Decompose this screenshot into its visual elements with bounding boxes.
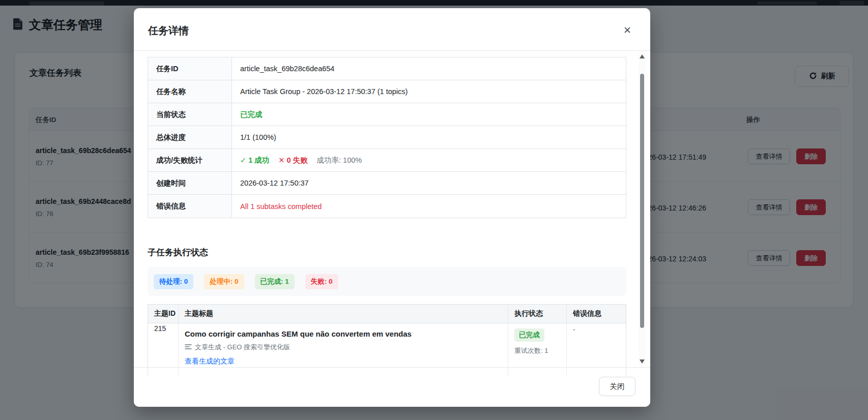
detail-label: 当前状态 [148,103,232,126]
detail-label: 错误信息 [148,195,232,218]
detail-value: 1/1 (100%) [232,126,626,148]
modal-title: 任务详情 [148,24,189,38]
detail-value: article_task_69b28c6dea654 [232,57,626,80]
counter-processing: 处理中: 0 [204,274,244,289]
subtask-table: 主题ID 主题标题 执行状态 错误信息 215 Como corrigir ca… [148,304,626,375]
column-header-topic-title: 主题标题 [179,305,508,323]
detail-row: 成功/失败统计 ✓ 1 成功 ✕ 0 失败 成功率: 100% [148,149,626,172]
subtask-section-heading: 子任务执行状态 [148,247,208,258]
status-value: 已完成 [232,103,626,126]
column-header-exec-status: 执行状态 [508,305,567,323]
detail-value: Article Task Group - 2026-03-12 17:50:37… [232,80,626,103]
detail-row: 当前状态 已完成 [148,103,626,126]
detail-label: 总体进度 [148,126,232,148]
detail-row: 总体进度 1/1 (100%) [148,126,626,149]
modal-body: 任务ID article_task_69b28c6dea654 任务名称 Art… [134,51,650,375]
scroll-down-arrow[interactable] [640,359,645,364]
topic-subtitle: 文章生成 - GEO 搜索引擎优化版 [185,343,508,352]
column-header-error: 错误信息 [567,305,626,323]
detail-label: 创建时间 [148,172,232,194]
view-generated-article-link[interactable]: 查看生成的文章 [185,357,235,366]
counter-pending: 待处理: 0 [154,274,193,289]
detail-row: 错误信息 All 1 subtasks completed [148,195,626,218]
task-details-modal: 任务详情 ✕ 任务ID article_task_69b28c6dea654 任… [134,8,650,407]
topic-title: Como corrigir campanhas SEM que não conv… [185,328,508,338]
scroll-up-arrow[interactable] [640,54,645,58]
fail-count: ✕ 0 失败 [278,156,307,165]
detail-row: 任务名称 Article Task Group - 2026-03-12 17:… [148,80,626,103]
retry-count: 重试次数: 1 [514,346,566,355]
error-message-value: All 1 subtasks completed [232,195,626,218]
detail-label: 任务ID [148,57,232,80]
modal-footer: 关闭 [134,367,650,407]
counter-failed: 失败: 0 [305,274,338,289]
stats-value: ✓ 1 成功 ✕ 0 失败 成功率: 100% [232,149,626,171]
detail-value: 2026-03-12 17:50:37 [232,172,626,194]
detail-row: 任务ID article_task_69b28c6dea654 [148,57,626,80]
counter-completed: 已完成: 1 [255,274,295,289]
detail-row: 创建时间 2026-03-12 17:50:37 [148,172,626,195]
task-detail-table: 任务ID article_task_69b28c6dea654 任务名称 Art… [148,57,626,218]
detail-label: 任务名称 [148,80,232,103]
column-header-topic-id: 主题ID [148,305,179,323]
detail-label: 成功/失败统计 [148,149,232,171]
article-list-icon [185,344,192,351]
app-screen: 文章任务管理 文章任务列表 刷新 任务ID 操作 article_task_69… [0,0,868,420]
success-count: ✓ 1 成功 [240,156,269,165]
close-icon[interactable]: ✕ [620,23,634,37]
status-badge: 已完成 [514,328,544,342]
modal-scrollbar[interactable] [639,51,646,367]
success-rate: 成功率: 100% [317,156,362,165]
close-button[interactable]: 关闭 [599,377,635,396]
subtask-table-header: 主题ID 主题标题 执行状态 错误信息 [148,305,626,323]
subtask-counters: 待处理: 0 处理中: 0 已完成: 1 失败: 0 [148,267,626,296]
modal-header: 任务详情 ✕ [134,8,650,51]
scrollbar-thumb[interactable] [640,74,644,328]
